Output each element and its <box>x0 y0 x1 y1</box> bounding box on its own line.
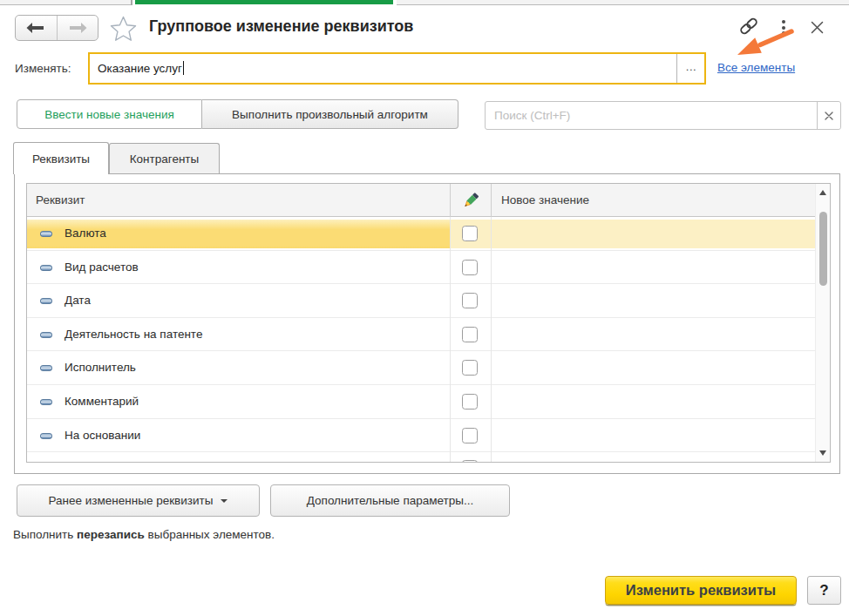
table-body: Валюта Вид расчетов Дата Деятельность на… <box>27 217 815 462</box>
input-divider <box>676 54 677 83</box>
forward-button[interactable] <box>58 16 98 40</box>
row-checkbox[interactable] <box>462 394 478 410</box>
table-row-valyuta[interactable]: Валюта <box>27 217 815 251</box>
column-divider <box>450 217 451 462</box>
row-label: Исполнитель <box>65 361 136 374</box>
page-title: Групповое изменение реквизитов <box>149 17 413 36</box>
tab-kontragenty[interactable]: Контрагенты <box>109 143 220 174</box>
table-row-data[interactable]: Дата <box>27 284 815 318</box>
pencil-glyph <box>462 193 479 209</box>
clear-x-icon <box>825 112 833 120</box>
favorite-star-icon[interactable] <box>110 16 137 42</box>
note-prefix: Выполнить <box>13 528 77 541</box>
sections-bar-divider <box>131 0 132 5</box>
scroll-down-arrow[interactable] <box>819 450 826 456</box>
row-checkbox[interactable] <box>462 360 478 376</box>
sections-bar-line-right <box>397 4 849 6</box>
table-row-kommentariy[interactable]: Комментарий <box>27 385 815 419</box>
note-bold-word: перезапись <box>77 528 145 541</box>
scroll-thumb[interactable] <box>819 212 827 286</box>
attribute-dash-icon <box>40 399 52 405</box>
attribute-dash-icon <box>40 265 52 271</box>
history-nav-group <box>15 15 98 41</box>
row-checkbox[interactable] <box>462 428 478 443</box>
forward-arrow-icon <box>68 23 87 33</box>
sections-bar-line-left <box>0 4 132 6</box>
previously-changed-attributes-button[interactable]: Ранее измененные реквизиты <box>17 484 260 517</box>
text-caret <box>183 61 184 75</box>
close-icon[interactable] <box>811 21 824 34</box>
column-divider <box>491 217 492 462</box>
row-label: Вид расчетов <box>65 261 139 274</box>
search-input[interactable] <box>486 102 812 129</box>
attribute-dash-icon <box>40 231 52 237</box>
change-field-label: Изменять: <box>15 62 71 75</box>
run-custom-algorithm-button[interactable]: Выполнить произвольный алгоритм <box>202 99 458 129</box>
row-checkbox[interactable] <box>462 327 478 342</box>
attribute-dash-icon <box>40 365 52 371</box>
change-attributes-button[interactable]: Изменить реквизиты <box>605 576 797 605</box>
table-header: Реквизит Новое значение <box>27 184 815 217</box>
additional-parameters-label: Дополнительные параметры... <box>307 494 473 507</box>
sections-bar-edge <box>0 0 849 5</box>
selected-row-highlight-light <box>450 220 815 248</box>
search-box <box>485 101 841 130</box>
back-button[interactable] <box>16 16 58 40</box>
choose-button[interactable]: ... <box>678 54 704 83</box>
row-checkbox[interactable] <box>462 460 478 462</box>
change-object-text: Оказание услуг <box>98 62 182 75</box>
mode-switch-group: Ввести новые значения Выполнить произвол… <box>17 99 458 129</box>
close-x-glyph <box>811 21 824 34</box>
row-label: На основании <box>65 429 140 442</box>
column-header-attribute[interactable]: Реквизит <box>36 193 85 206</box>
column-divider <box>491 184 492 217</box>
row-label: Комментарий <box>65 395 139 408</box>
table-row-ispolnitel[interactable]: Исполнитель <box>27 351 815 385</box>
change-object-input[interactable]: Оказание услуг ... <box>88 52 706 85</box>
note-suffix: выбранных элементов. <box>145 528 275 541</box>
attribute-dash-icon <box>40 332 52 338</box>
tab-rekvizity[interactable]: Реквизиты <box>13 142 109 174</box>
search-clear-button[interactable] <box>817 102 840 129</box>
active-section-tab-edge[interactable] <box>135 0 393 4</box>
help-button[interactable]: ? <box>807 576 841 605</box>
attribute-dash-icon <box>40 433 52 439</box>
get-link-icon[interactable] <box>739 17 758 35</box>
annotation-arrow <box>725 27 805 62</box>
previously-changed-label: Ранее измененные реквизиты <box>49 494 214 507</box>
row-label: Деятельность на патенте <box>65 328 202 341</box>
attributes-table: Реквизит Новое значение <box>26 183 831 463</box>
rewrite-note: Выполнить перезапись выбранных элементов… <box>13 528 275 541</box>
table-row-partial[interactable] <box>27 452 815 462</box>
all-elements-link[interactable]: Все элементы <box>717 61 795 74</box>
star-outline <box>110 16 137 42</box>
column-divider <box>450 184 451 217</box>
additional-parameters-button[interactable]: Дополнительные параметры... <box>270 484 510 517</box>
attribute-dash-icon <box>40 298 52 304</box>
group-attribute-change-window: Групповое изменение реквизитов Изменять:… <box>0 0 849 616</box>
change-object-value: Оказание услуг <box>98 61 184 75</box>
dropdown-caret-icon <box>221 499 228 503</box>
row-checkbox[interactable] <box>462 226 478 241</box>
column-header-new-value[interactable]: Новое значение <box>501 193 589 206</box>
table-row-deyatelnost[interactable]: Деятельность на патенте <box>27 318 815 352</box>
pencil-icon <box>462 193 479 209</box>
row-label: Валюта <box>65 227 106 240</box>
more-actions-kebab-icon[interactable] <box>780 19 787 37</box>
row-checkbox[interactable] <box>462 293 478 308</box>
chain-link-glyph <box>739 17 758 35</box>
scroll-up-arrow[interactable] <box>819 190 826 195</box>
vertical-scrollbar[interactable] <box>815 184 830 462</box>
back-arrow-icon <box>26 23 45 33</box>
enter-new-values-button[interactable]: Ввести новые значения <box>17 99 202 129</box>
table-row-na-osnovanii[interactable]: На основании <box>27 419 815 453</box>
row-label: Дата <box>65 294 91 307</box>
row-checkbox[interactable] <box>462 260 478 275</box>
table-row-vid-raschetov[interactable]: Вид расчетов <box>27 251 815 285</box>
